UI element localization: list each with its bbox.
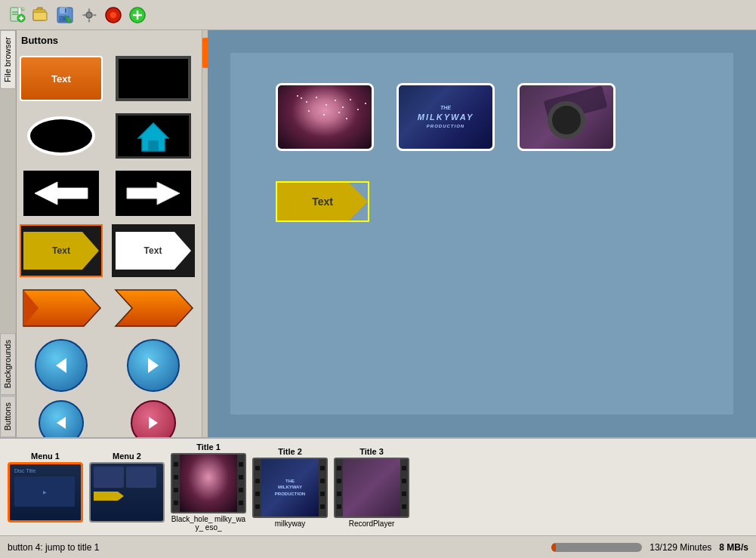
progress-bar-bg [551,543,642,552]
new-button[interactable] [6,5,27,26]
film-hole [320,479,325,483]
toolbar [0,0,756,30]
circle-blue-left-shape [35,339,88,392]
thumb-title1[interactable]: Title 1 Black_hole_ milky_way_ eso_ [171,442,246,532]
thumb-strip: Menu 1 Disc Title ▶ Menu 2 [0,437,756,535]
circle-blue-small1-button[interactable] [20,396,103,437]
canvas-thumb-record[interactable] [517,83,616,151]
orange-text-button[interactable]: Text [20,52,103,105]
record-button[interactable] [103,5,124,26]
film-hole [337,504,341,509]
black-rect-shape [116,56,191,101]
film-hole [402,504,406,509]
arrow-right-button[interactable] [112,167,195,220]
film-hole [402,466,406,470]
open-button[interactable] [30,5,51,26]
status-text: button 4: jump to title 1 [8,542,544,553]
save-button[interactable] [54,5,76,26]
button-grid: Text [20,52,199,437]
svg-marker-35 [57,417,66,429]
thumb-menu2-img[interactable] [89,462,165,523]
thumb-title1-img[interactable] [171,453,246,513]
thumb-title3-caption: RecordPlayer [349,519,395,528]
svg-rect-24 [148,140,159,151]
svg-rect-10 [33,12,47,20]
film-hole [239,475,243,479]
left-panel: File browser Backgrounds Buttons Buttons… [0,30,208,437]
arrow-left-shape [23,171,99,216]
sidebar-item-file-browser[interactable]: File browser [0,30,16,89]
circle-blue-left-button[interactable] [20,339,103,392]
scrollbar-thumb[interactable] [202,38,208,68]
thumb-menu2-label: Menu 2 [113,452,141,461]
film-hole [320,492,325,496]
oval-button[interactable] [20,109,103,162]
vertical-tabs: File browser Backgrounds Buttons [0,30,17,437]
thumb-title3[interactable]: Title 3 RecordPlayer [334,447,409,528]
thumb-title2-caption: milkyway [275,519,306,528]
circle-blue-small1-shape [39,400,84,437]
circle-blue-small2-shape [131,400,176,437]
svg-point-19 [110,12,116,18]
svg-marker-33 [56,358,66,373]
svg-point-15 [63,17,66,20]
thumb-menu1[interactable]: Menu 1 Disc Title ▶ [8,452,83,523]
film-hole [337,466,341,470]
svg-marker-36 [149,417,158,429]
svg-point-17 [86,12,92,18]
canvas-selected-button[interactable]: Text [276,181,369,222]
thumb-title2[interactable]: Title 2 THEMILKYWAYPRODUCTION milkyway [252,447,328,528]
canvas-thumb-milkyway[interactable]: THEMILKYWAYPRODUCTION [397,83,495,151]
circle-blue-small2-button[interactable] [112,396,195,437]
thumb-title3-label: Title 3 [359,447,384,456]
svg-marker-26 [35,182,88,205]
orange-text-btn-label: Text [20,56,103,101]
thumb-title3-img[interactable] [334,458,409,518]
film-hole [239,501,243,505]
white-arrow-btn-wrapper: Text [116,232,191,270]
thumb-menu1-label: Menu 1 [31,452,60,461]
canvas-area: THEMILKYWAYPRODUCTION [208,30,756,437]
status-bar: button 4: jump to title 1 13/129 Minutes… [0,535,756,558]
arrow-left-button[interactable] [20,167,103,220]
film-hole [255,492,260,496]
oval-shape [27,116,95,156]
sidebar-item-backgrounds[interactable]: Backgrounds [0,333,16,395]
canvas-thumb-stars[interactable] [276,83,374,151]
thumb-menu2[interactable]: Menu 2 [89,452,165,523]
yellow-arrow-btn-wrapper: Text [23,232,99,270]
panel-scrollbar[interactable] [202,30,208,437]
orange-single-arrow-button[interactable] [20,282,103,334]
sidebar-item-buttons[interactable]: Buttons [0,396,16,437]
film-hole [174,462,178,467]
black-rect-button[interactable] [112,52,195,105]
progress-bar-fill [551,543,556,552]
film-hole [255,466,260,470]
thumb-title2-img[interactable]: THEMILKYWAYPRODUCTION [252,458,328,518]
settings-button[interactable] [79,5,100,26]
film-hole [255,479,260,483]
film-hole [337,492,341,496]
add-button[interactable] [127,5,148,26]
canvas-inner: THEMILKYWAYPRODUCTION [230,53,733,415]
white-arrow-btn-text: Text [144,245,162,256]
white-arrow-text-button[interactable]: Text [112,224,195,277]
film-hole [402,479,406,483]
main-area: File browser Backgrounds Buttons Buttons… [0,30,756,437]
svg-rect-13 [65,8,66,13]
home-shape [116,113,191,159]
film-hole [174,475,178,479]
circle-blue-right-button[interactable] [112,339,195,392]
home-button[interactable] [112,109,195,162]
progress-area [551,543,642,552]
orange-arrow-single-shape [20,286,103,330]
thumb-menu1-img[interactable]: Disc Title ▶ [8,462,83,523]
film-hole [239,488,243,492]
circle-blue-right-shape [127,339,180,392]
yellow-arrow-text-button[interactable]: Text [20,224,103,277]
orange-double-arrow-button[interactable] [112,282,195,334]
film-hole [255,504,260,509]
canvas-button-inner: Text [277,183,368,220]
canvas-button-outline: Text [276,181,369,222]
thumb-title2-label: Title 2 [278,447,302,456]
